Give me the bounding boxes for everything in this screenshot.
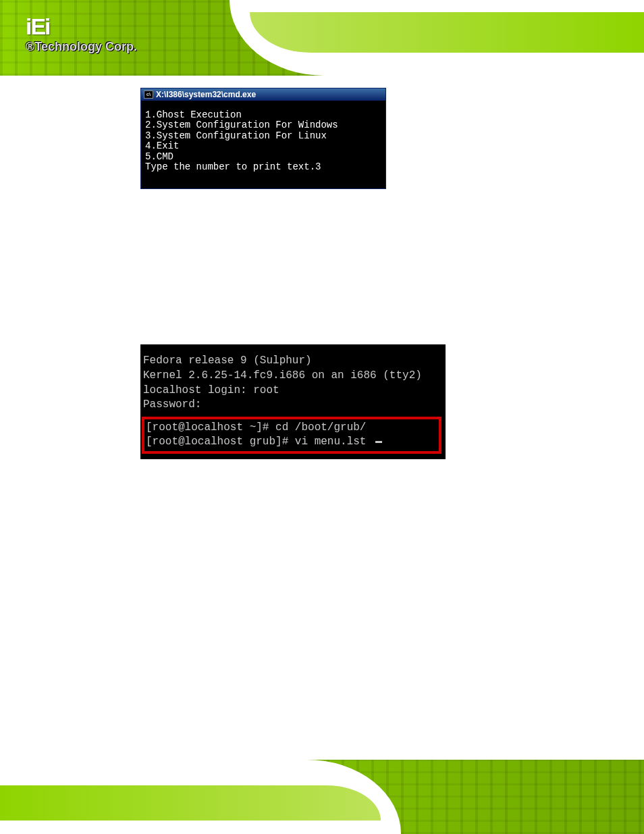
cmd-line: 5.CMD: [145, 151, 173, 162]
cmd-line: 2.System Configuration For Windows: [145, 120, 338, 130]
logo-tagline: ®Technology Corp.: [26, 40, 137, 54]
cmd-icon: c\: [144, 90, 153, 99]
logo-text: iEi: [26, 14, 137, 40]
linux-line-text: [root@localhost grub]# vi menu.lst: [146, 436, 373, 448]
header-banner: iEi ®Technology Corp.: [0, 0, 644, 76]
footer-banner: [0, 760, 644, 834]
cmd-body: 1.Ghost Execution 2.System Configuration…: [141, 101, 385, 188]
linux-line: [root@localhost grub]# vi menu.lst: [146, 435, 437, 450]
logo-block: iEi ®Technology Corp.: [26, 14, 137, 54]
linux-highlight-block: [root@localhost ~]# cd /boot/grub/ [root…: [142, 417, 441, 454]
linux-line: Password:: [143, 398, 446, 413]
cmd-line: Type the number to print text.3: [145, 161, 321, 172]
linux-terminal: Fedora release 9 (Sulphur) Kernel 2.6.25…: [140, 344, 446, 459]
linux-line: Fedora release 9 (Sulphur): [143, 354, 446, 369]
linux-line: [root@localhost ~]# cd /boot/grub/: [146, 421, 437, 436]
linux-line: localhost login: root: [143, 384, 446, 398]
linux-plain-block: Fedora release 9 (Sulphur) Kernel 2.6.25…: [143, 354, 446, 412]
cmd-line: 3.System Configuration For Linux: [145, 130, 327, 141]
cmd-line: 4.Exit: [145, 140, 179, 151]
cmd-line: 1.Ghost Execution: [145, 109, 242, 120]
footer-swoosh: [0, 760, 401, 834]
cmd-title: X:\I386\system32\cmd.exe: [156, 90, 256, 99]
header-swoosh: [230, 0, 644, 76]
page-content: c\ X:\I386\system32\cmd.exe 1.Ghost Exec…: [0, 88, 644, 473]
linux-line: Kernel 2.6.25-14.fc9.i686 on an i686 (tt…: [143, 369, 446, 384]
cmd-window: c\ X:\I386\system32\cmd.exe 1.Ghost Exec…: [140, 88, 386, 189]
cmd-titlebar: c\ X:\I386\system32\cmd.exe: [141, 88, 385, 101]
cursor-icon: [375, 441, 382, 443]
